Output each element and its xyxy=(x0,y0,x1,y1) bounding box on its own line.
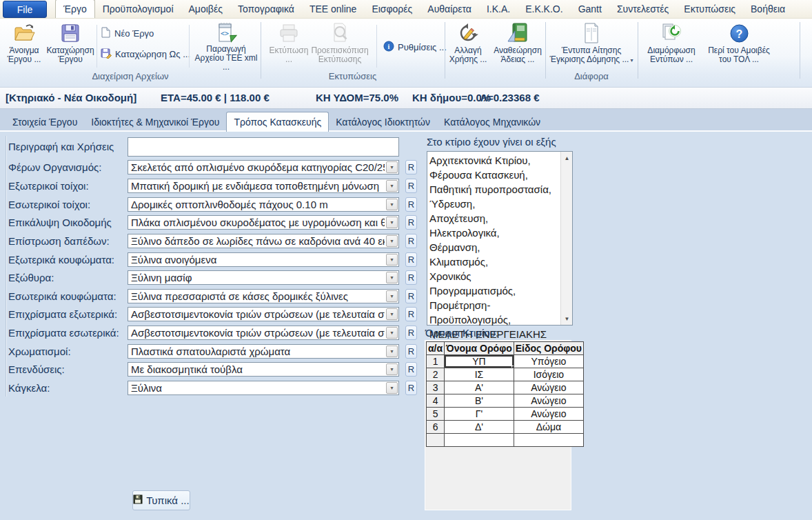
list-item[interactable]: Χρονικός Προγραμματισμός, xyxy=(429,269,558,298)
ribbon-tab-gantt[interactable]: Gantt xyxy=(571,0,609,18)
floor-kind-cell[interactable]: Ισόγειο xyxy=(514,368,583,381)
description-input[interactable] xyxy=(128,137,399,157)
tee-xml-button[interactable]: <> Παραγωγή Αρχείου ΤΕΕ xml ... xyxy=(193,21,259,71)
floor-kind-cell[interactable]: Ανώγειο xyxy=(514,381,583,394)
list-item[interactable]: Ύδρευση, xyxy=(429,197,558,211)
combobox-dropdown-button[interactable]: ▾ xyxy=(386,363,398,375)
list-item[interactable]: Προμέτρηση-Προϋπολογισμός, xyxy=(429,298,558,327)
kagkela-combobox[interactable]: Ξύλινα ▾ xyxy=(128,381,399,395)
save-project-button[interactable]: Καταχώρηση Έργου xyxy=(45,21,95,71)
reset-button[interactable]: R xyxy=(405,344,417,359)
studies-listbox[interactable]: Αρχιτεκτονικά Κτιρίου, Φέρουσα Κατασκευή… xyxy=(427,151,573,326)
floor-kind-cell[interactable]: Υπόγειο xyxy=(514,355,583,368)
ribbon-tab-ergo[interactable]: Έργο xyxy=(55,0,95,18)
new-project-button[interactable]: Νέο Έργο xyxy=(101,26,154,41)
tab-tropos-kataskevis[interactable]: Τρόπος Κατασκευής xyxy=(226,112,329,132)
row-number-cell[interactable] xyxy=(427,434,445,447)
list-item[interactable]: Αρχιτεκτονικά Κτιρίου, xyxy=(429,153,558,168)
floor-kind-cell[interactable]: Δώμα xyxy=(514,421,583,434)
epikalypsi-oikodomis-combobox[interactable]: Πλάκα οπλισμένου σκυροδέματος με υγρομόν… xyxy=(128,215,399,230)
scroll-up-icon[interactable]: ▲ xyxy=(561,152,573,163)
typika-button[interactable]: Τυπικά ... xyxy=(132,490,190,510)
row-number-cell[interactable]: 6 xyxy=(427,421,445,434)
settings-button[interactable]: i Ρυθμίσεις ... xyxy=(383,39,447,54)
ribbon-tab-proypologismoi[interactable]: Προϋπολογισμοί xyxy=(95,0,181,18)
reset-button[interactable]: R xyxy=(405,289,417,303)
row-number-cell[interactable]: 3 xyxy=(427,381,445,394)
floor-name-cell[interactable]: ΙΣ xyxy=(445,368,514,381)
ribbon-tab-ekko[interactable]: Ε.Κ.Κ.Ο. xyxy=(518,0,570,18)
combobox-dropdown-button[interactable]: ▾ xyxy=(386,272,398,283)
floor-name-cell[interactable]: ΥΠ xyxy=(445,355,514,368)
combobox-dropdown-button[interactable]: ▾ xyxy=(386,327,398,339)
list-item[interactable]: Θέρμανση, xyxy=(429,240,558,254)
list-item[interactable]: Παθητική πυροπροστασία, xyxy=(429,182,558,197)
row-number-cell[interactable]: 5 xyxy=(427,408,445,421)
about-button[interactable]: ? Περί του Αμοιβές του ΤΟΛ ... xyxy=(704,21,773,71)
forms-config-button[interactable]: Διαμόρφωση Εντύπων ... xyxy=(641,21,702,71)
file-menu-button[interactable]: File xyxy=(3,1,47,18)
floor-name-cell[interactable]: Δ' xyxy=(445,421,514,434)
save-as-button[interactable]: Καταχώρηση Ως ... xyxy=(101,46,190,61)
reset-button[interactable]: R xyxy=(405,362,417,377)
combobox-dropdown-button[interactable]: ▾ xyxy=(386,161,398,173)
esoterikoi-toixoi-combobox[interactable]: Δρομικές οπτοπλινθοδομές πάχους 0.10 m ▾ xyxy=(128,197,399,212)
scroll-down-icon[interactable]: ▼ xyxy=(561,313,573,324)
xromatismoi-combobox[interactable]: Πλαστικά σπατουλαριστά χρώματα ▾ xyxy=(128,344,399,359)
reset-button[interactable]: R xyxy=(405,160,417,174)
floor-name-cell[interactable] xyxy=(445,434,514,447)
floor-kind-cell[interactable]: Ανώγειο xyxy=(514,408,583,421)
combobox-dropdown-button[interactable]: ▾ xyxy=(386,346,398,357)
ribbon-tab-syntelestes[interactable]: Συντελεστές xyxy=(609,0,676,18)
reset-button[interactable]: R xyxy=(405,197,417,212)
combobox-dropdown-button[interactable]: ▾ xyxy=(386,308,398,320)
floor-name-cell[interactable]: Γ' xyxy=(445,408,514,421)
combobox-dropdown-button[interactable]: ▾ xyxy=(386,235,398,247)
list-scrollbar[interactable]: ▲ ▼ xyxy=(560,152,572,325)
list-item[interactable]: Φέρουσα Κατασκευή, xyxy=(429,168,558,182)
epixrismata-exoterika-combobox[interactable]: Ασβεστοτσιμεντοκονία τριών στρώσεων (με … xyxy=(128,307,399,321)
ribbon-tab-ektyposeis[interactable]: Εκτυπώσεις xyxy=(676,0,743,18)
exothyra-combobox[interactable]: Ξύλινη μασίφ ▾ xyxy=(128,270,399,285)
reset-button[interactable]: R xyxy=(405,215,417,230)
list-item[interactable]: Αποχέτευση, xyxy=(429,211,558,226)
reset-button[interactable]: R xyxy=(405,270,417,285)
ribbon-tab-ika[interactable]: Ι.Κ.Α. xyxy=(479,0,518,18)
open-project-button[interactable]: Άνοιγμα Έργου ... xyxy=(4,21,44,71)
ribbon-tab-tee-online[interactable]: ΤΕΕ online xyxy=(302,0,364,18)
epistrosi-dapedon-combobox[interactable]: Ξύλινο δάπεδο σε λωρίδες πάνω σε καδρόνι… xyxy=(128,234,399,248)
row-number-cell[interactable]: 1 xyxy=(427,355,445,368)
reset-button[interactable]: R xyxy=(405,179,417,193)
print-preview-button[interactable]: Προεπισκόπιση Εκτύπωσης xyxy=(309,21,371,71)
license-revision-button[interactable]: Αναθεώρηση Άδειας ... xyxy=(489,21,546,71)
ependyseis-combobox[interactable]: Με διακοσμητικά τούβλα ▾ xyxy=(128,362,399,377)
combobox-dropdown-button[interactable]: ▾ xyxy=(386,217,398,228)
change-use-button[interactable]: Αλλαγή Χρήσης ... xyxy=(448,21,488,71)
list-item[interactable]: Κλιματισμός, xyxy=(429,254,558,269)
esoterika-koufomata-combobox[interactable]: Ξύλινα πρεσσαριστά σε κάσες δρομικές ξύλ… xyxy=(128,289,399,303)
reset-button[interactable]: R xyxy=(405,234,417,248)
ribbon-tab-topografika[interactable]: Τοπογραφικά xyxy=(230,0,302,18)
combobox-dropdown-button[interactable]: ▾ xyxy=(386,180,398,192)
tab-idioktites-mixanikoi[interactable]: Ιδιοκτήτες & Μηχανικοί Έργου xyxy=(84,113,226,132)
tab-stoixeia-ergou[interactable]: Στοιχεία Έργου xyxy=(6,113,84,132)
row-number-cell[interactable]: 4 xyxy=(427,394,445,408)
combobox-dropdown-button[interactable]: ▾ xyxy=(386,290,398,302)
reset-button[interactable]: R xyxy=(405,326,417,340)
ribbon-tab-eisfores[interactable]: Εισφορές xyxy=(364,0,420,18)
feron-organismos-combobox[interactable]: Σκελετός από οπλισμένο σκυρόδεμα κατηγορ… xyxy=(128,160,399,174)
combobox-dropdown-button[interactable]: ▾ xyxy=(386,382,398,394)
exoterika-koufomata-combobox[interactable]: Ξύλινα ανοιγόμενα ▾ xyxy=(128,252,399,267)
combobox-dropdown-button[interactable]: ▾ xyxy=(386,254,398,266)
list-item[interactable]: Ηλεκτρολογικά, xyxy=(429,226,558,240)
floor-kind-cell[interactable]: Ανώγειο xyxy=(514,394,583,408)
tab-katalogos-mixanikon[interactable]: Κατάλογος Μηχανικών xyxy=(437,113,547,132)
reset-button[interactable]: R xyxy=(405,252,417,267)
exoterikoi-toixoi-combobox[interactable]: Μπατική δρομική με ενδιάμεσα τοποθετημέν… xyxy=(128,179,399,193)
ribbon-tab-boitheia[interactable]: Βοήθεια xyxy=(743,0,793,18)
reset-button[interactable]: R xyxy=(405,381,417,395)
floor-name-cell[interactable]: Β' xyxy=(445,394,514,408)
floor-name-cell[interactable]: Α' xyxy=(445,381,514,394)
reset-button[interactable]: R xyxy=(405,307,417,321)
epixrismata-esoterika-combobox[interactable]: Ασβεστοτσιμεντοκονία τριών στρώσεων (με … xyxy=(128,326,399,340)
